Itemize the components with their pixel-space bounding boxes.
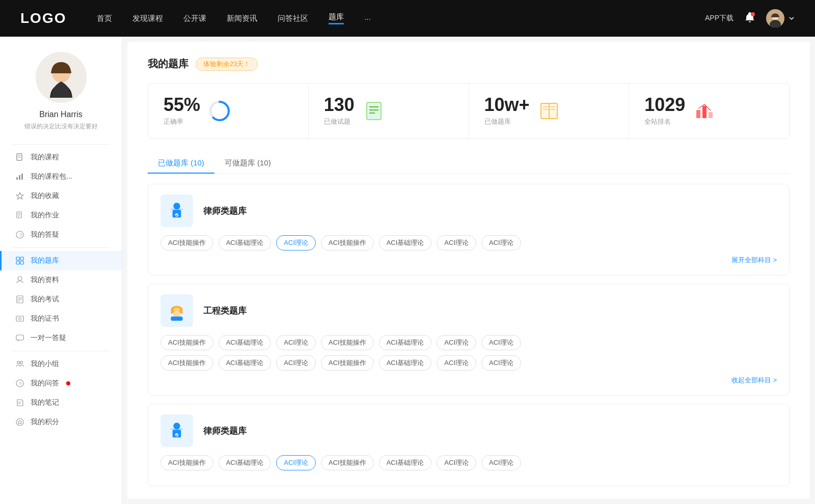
sidebar-item-label: 我的答疑 (31, 230, 59, 239)
svg-point-23 (18, 276, 22, 281)
sidebar-item-profile[interactable]: 我的资料 (0, 270, 122, 290)
sidebar-item-certificate[interactable]: 我的证书 (0, 309, 122, 328)
file-icon (15, 153, 24, 162)
tag[interactable]: ACI基础理论 (219, 455, 271, 470)
svg-point-0 (751, 12, 755, 16)
svg-rect-11 (21, 174, 23, 180)
nav-qa[interactable]: 问答社区 (278, 14, 308, 23)
tag[interactable]: ACI基础理论 (379, 355, 432, 371)
stat-banks-done: 10w+ 已做题库 (469, 83, 630, 138)
tags-row-lawyer-1: ACI技能操作 ACI基础理论 ACI理论 ACI技能操作 ACI基础理论 AC… (160, 235, 777, 250)
nav-question-bank[interactable]: 题库 (329, 12, 344, 24)
bank-card-lawyer-2: 律师类题库 ACI技能操作 ACI基础理论 ACI理论 ACI技能操作 ACI基… (148, 404, 790, 486)
lawyer-bank-icon-2 (160, 414, 193, 447)
tag[interactable]: ACI理论 (481, 455, 521, 470)
tag[interactable]: ACI理论 (481, 235, 521, 250)
sidebar-item-my-course[interactable]: 我的课程 (0, 148, 122, 167)
nav-home[interactable]: 首页 (97, 14, 112, 23)
svg-text:?: ? (19, 381, 21, 386)
tag[interactable]: ACI基础理论 (219, 235, 271, 250)
tag[interactable]: ACI基础理论 (379, 335, 432, 350)
bank-card-header-eng: 工程类题库 (160, 294, 777, 327)
tag[interactable]: ACI技能操作 (321, 235, 374, 250)
notification-bell[interactable] (744, 11, 756, 25)
tag-active[interactable]: ACI理论 (276, 235, 316, 250)
page-header: 我的题库 体验剩余23天！ (148, 57, 790, 71)
nav-news[interactable]: 新闻资讯 (227, 14, 257, 23)
sidebar-item-my-group[interactable]: 我的小组 (0, 354, 122, 374)
tag[interactable]: ACI基础理论 (219, 335, 271, 350)
svg-point-63 (173, 423, 180, 429)
tag[interactable]: ACI基础理论 (379, 455, 432, 470)
tag[interactable]: ACI技能操作 (321, 355, 374, 371)
list-doc-icon (363, 100, 385, 122)
tag[interactable]: ACI理论 (437, 355, 476, 371)
nav-discover[interactable]: 发现课程 (132, 14, 163, 23)
tag[interactable]: ACI基础理论 (379, 235, 432, 250)
tag[interactable]: ACI技能操作 (160, 235, 213, 250)
tag[interactable]: ACI理论 (437, 235, 476, 250)
tag[interactable]: ACI技能操作 (321, 335, 374, 350)
tag[interactable]: ACI理论 (481, 335, 521, 350)
sidebar-item-question-bank[interactable]: 我的题库 (0, 251, 122, 270)
svg-text:?: ? (19, 233, 22, 238)
sidebar-item-label: 一对一答疑 (31, 333, 66, 343)
sidebar-divider-2 (12, 247, 110, 248)
sidebar-item-one-on-one[interactable]: 一对一答疑 (0, 328, 122, 348)
lawyer-bank-icon (160, 194, 193, 227)
sidebar-item-my-answers[interactable]: ? 我的答疑 (0, 225, 122, 244)
sidebar-item-label: 我的问答 (31, 379, 59, 388)
tag[interactable]: ACI理论 (276, 335, 316, 350)
tag-active[interactable]: ACI理论 (276, 455, 316, 470)
svg-rect-66 (171, 429, 182, 430)
nav-right: APP下载 (705, 9, 795, 27)
tag[interactable]: ACI基础理论 (219, 355, 271, 371)
app-download-link[interactable]: APP下载 (705, 14, 734, 23)
tag[interactable]: ACI技能操作 (160, 355, 213, 371)
tag[interactable]: ACI理论 (437, 335, 476, 350)
sidebar-item-homework[interactable]: 我的作业 (0, 206, 122, 225)
tag[interactable]: ACI技能操作 (321, 455, 374, 470)
svg-rect-30 (16, 335, 23, 340)
sidebar: Brian Harris 错误的决定比没有决定要好 我的课程 我的课程包... … (0, 37, 122, 504)
stat-accuracy: 55% 正确率 (148, 83, 309, 138)
tag[interactable]: ACI理论 (437, 455, 476, 470)
sidebar-item-favorites[interactable]: 我的收藏 (0, 186, 122, 206)
user-avatar-nav[interactable] (766, 9, 795, 27)
sidebar-item-course-package[interactable]: 我的课程包... (0, 167, 122, 186)
sidebar-item-label: 我的收藏 (31, 191, 59, 201)
svg-point-31 (17, 361, 20, 364)
nav-more[interactable]: ··· (364, 14, 371, 23)
tabs: 已做题库 (10) 可做题库 (10) (148, 153, 790, 174)
user-name: Brian Harris (39, 110, 82, 119)
tag[interactable]: ACI技能操作 (160, 455, 213, 470)
chart-bar-icon (15, 172, 24, 181)
tab-available-banks[interactable]: 可做题库 (10) (214, 153, 281, 173)
stat-value-banks: 10w+ (484, 96, 530, 114)
user-icon (15, 275, 24, 285)
sidebar-item-my-notes[interactable]: 我的笔记 (0, 393, 122, 412)
sidebar-item-exams[interactable]: 我的考试 (0, 290, 122, 309)
nav-open-course[interactable]: 公开课 (183, 14, 206, 23)
svg-rect-22 (20, 261, 23, 264)
tag[interactable]: ACI技能操作 (160, 335, 213, 350)
trial-badge: 体验剩余23天！ (196, 58, 258, 71)
sidebar-item-label: 我的作业 (31, 211, 59, 220)
rank-chart-icon (693, 100, 716, 122)
tab-done-banks[interactable]: 已做题库 (10) (148, 153, 214, 173)
tag[interactable]: ACI理论 (481, 355, 521, 371)
svg-rect-41 (367, 102, 381, 120)
avatar (766, 9, 784, 27)
collapse-button-engineer[interactable]: 收起全部科目 > (160, 376, 777, 385)
sidebar-item-my-questions[interactable]: ? 我的问答 (0, 374, 122, 393)
group-icon (15, 359, 24, 369)
logo[interactable]: LOGO (20, 10, 66, 26)
tag[interactable]: ACI理论 (276, 355, 316, 371)
sidebar-item-label: 我的小组 (31, 359, 59, 369)
svg-point-29 (19, 318, 21, 320)
sidebar-item-my-points[interactable]: 我的积分 (0, 412, 122, 432)
expand-button-lawyer-1[interactable]: 展开全部科目 > (160, 256, 777, 265)
stat-info-accuracy: 55% 正确率 (164, 96, 200, 126)
tags-row-eng-2: ACI技能操作 ACI基础理论 ACI理论 ACI技能操作 ACI基础理论 AC… (160, 355, 777, 371)
notification-dot (66, 381, 70, 385)
